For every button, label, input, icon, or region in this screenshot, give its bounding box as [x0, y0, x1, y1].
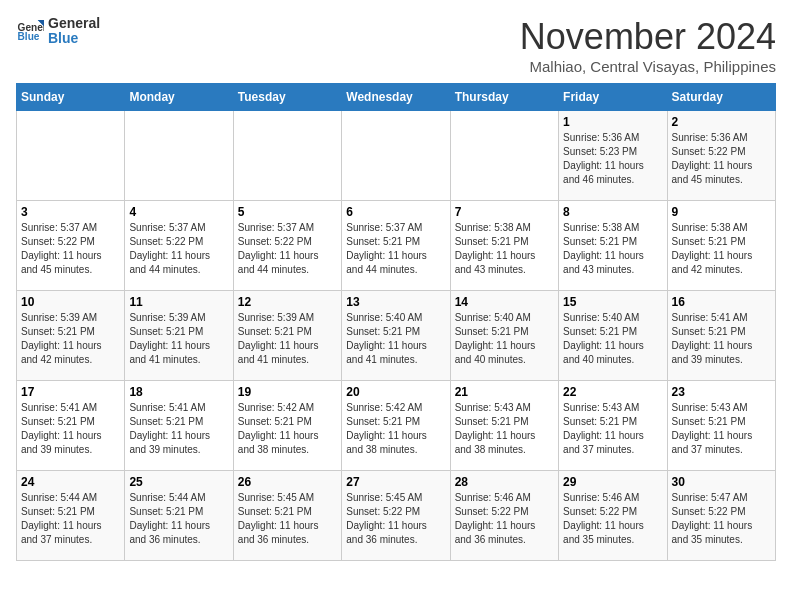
day-info: Sunrise: 5:37 AM Sunset: 5:22 PM Dayligh…: [129, 221, 228, 277]
week-row-4: 17Sunrise: 5:41 AM Sunset: 5:21 PM Dayli…: [17, 381, 776, 471]
day-cell: 18Sunrise: 5:41 AM Sunset: 5:21 PM Dayli…: [125, 381, 233, 471]
week-row-3: 10Sunrise: 5:39 AM Sunset: 5:21 PM Dayli…: [17, 291, 776, 381]
day-cell: [450, 111, 558, 201]
day-info: Sunrise: 5:39 AM Sunset: 5:21 PM Dayligh…: [238, 311, 337, 367]
day-cell: 23Sunrise: 5:43 AM Sunset: 5:21 PM Dayli…: [667, 381, 775, 471]
page-header: General Blue General Blue November 2024 …: [16, 16, 776, 75]
day-cell: 13Sunrise: 5:40 AM Sunset: 5:21 PM Dayli…: [342, 291, 450, 381]
day-info: Sunrise: 5:40 AM Sunset: 5:21 PM Dayligh…: [563, 311, 662, 367]
day-cell: 20Sunrise: 5:42 AM Sunset: 5:21 PM Dayli…: [342, 381, 450, 471]
day-number: 15: [563, 295, 662, 309]
day-info: Sunrise: 5:41 AM Sunset: 5:21 PM Dayligh…: [672, 311, 771, 367]
day-cell: 16Sunrise: 5:41 AM Sunset: 5:21 PM Dayli…: [667, 291, 775, 381]
day-info: Sunrise: 5:39 AM Sunset: 5:21 PM Dayligh…: [21, 311, 120, 367]
day-number: 4: [129, 205, 228, 219]
day-number: 29: [563, 475, 662, 489]
day-info: Sunrise: 5:40 AM Sunset: 5:21 PM Dayligh…: [455, 311, 554, 367]
day-cell: [342, 111, 450, 201]
header-wednesday: Wednesday: [342, 84, 450, 111]
day-number: 2: [672, 115, 771, 129]
day-cell: [17, 111, 125, 201]
logo-text: General Blue: [48, 16, 100, 47]
day-number: 12: [238, 295, 337, 309]
week-row-5: 24Sunrise: 5:44 AM Sunset: 5:21 PM Dayli…: [17, 471, 776, 561]
calendar-table: SundayMondayTuesdayWednesdayThursdayFrid…: [16, 83, 776, 561]
day-number: 19: [238, 385, 337, 399]
day-cell: 12Sunrise: 5:39 AM Sunset: 5:21 PM Dayli…: [233, 291, 341, 381]
header-tuesday: Tuesday: [233, 84, 341, 111]
day-cell: 14Sunrise: 5:40 AM Sunset: 5:21 PM Dayli…: [450, 291, 558, 381]
day-cell: 28Sunrise: 5:46 AM Sunset: 5:22 PM Dayli…: [450, 471, 558, 561]
day-info: Sunrise: 5:37 AM Sunset: 5:21 PM Dayligh…: [346, 221, 445, 277]
day-number: 7: [455, 205, 554, 219]
day-number: 8: [563, 205, 662, 219]
day-cell: 9Sunrise: 5:38 AM Sunset: 5:21 PM Daylig…: [667, 201, 775, 291]
day-number: 6: [346, 205, 445, 219]
day-info: Sunrise: 5:38 AM Sunset: 5:21 PM Dayligh…: [672, 221, 771, 277]
day-cell: 21Sunrise: 5:43 AM Sunset: 5:21 PM Dayli…: [450, 381, 558, 471]
header-friday: Friday: [559, 84, 667, 111]
calendar-header-row: SundayMondayTuesdayWednesdayThursdayFrid…: [17, 84, 776, 111]
day-cell: 3Sunrise: 5:37 AM Sunset: 5:22 PM Daylig…: [17, 201, 125, 291]
day-cell: [233, 111, 341, 201]
day-number: 5: [238, 205, 337, 219]
day-cell: 19Sunrise: 5:42 AM Sunset: 5:21 PM Dayli…: [233, 381, 341, 471]
day-number: 28: [455, 475, 554, 489]
subtitle: Malhiao, Central Visayas, Philippines: [520, 58, 776, 75]
day-cell: 5Sunrise: 5:37 AM Sunset: 5:22 PM Daylig…: [233, 201, 341, 291]
svg-text:Blue: Blue: [18, 32, 40, 43]
day-number: 1: [563, 115, 662, 129]
day-number: 24: [21, 475, 120, 489]
day-number: 18: [129, 385, 228, 399]
logo-icon: General Blue: [16, 17, 44, 45]
header-sunday: Sunday: [17, 84, 125, 111]
day-number: 22: [563, 385, 662, 399]
day-cell: 25Sunrise: 5:44 AM Sunset: 5:21 PM Dayli…: [125, 471, 233, 561]
week-row-1: 1Sunrise: 5:36 AM Sunset: 5:23 PM Daylig…: [17, 111, 776, 201]
day-cell: 1Sunrise: 5:36 AM Sunset: 5:23 PM Daylig…: [559, 111, 667, 201]
day-number: 11: [129, 295, 228, 309]
day-cell: 26Sunrise: 5:45 AM Sunset: 5:21 PM Dayli…: [233, 471, 341, 561]
day-info: Sunrise: 5:43 AM Sunset: 5:21 PM Dayligh…: [563, 401, 662, 457]
day-number: 20: [346, 385, 445, 399]
day-info: Sunrise: 5:47 AM Sunset: 5:22 PM Dayligh…: [672, 491, 771, 547]
week-row-2: 3Sunrise: 5:37 AM Sunset: 5:22 PM Daylig…: [17, 201, 776, 291]
day-info: Sunrise: 5:36 AM Sunset: 5:22 PM Dayligh…: [672, 131, 771, 187]
header-thursday: Thursday: [450, 84, 558, 111]
day-cell: 7Sunrise: 5:38 AM Sunset: 5:21 PM Daylig…: [450, 201, 558, 291]
logo: General Blue General Blue: [16, 16, 100, 47]
day-number: 25: [129, 475, 228, 489]
day-cell: 22Sunrise: 5:43 AM Sunset: 5:21 PM Dayli…: [559, 381, 667, 471]
day-info: Sunrise: 5:45 AM Sunset: 5:22 PM Dayligh…: [346, 491, 445, 547]
day-info: Sunrise: 5:41 AM Sunset: 5:21 PM Dayligh…: [21, 401, 120, 457]
header-saturday: Saturday: [667, 84, 775, 111]
day-number: 21: [455, 385, 554, 399]
day-info: Sunrise: 5:42 AM Sunset: 5:21 PM Dayligh…: [346, 401, 445, 457]
day-cell: 24Sunrise: 5:44 AM Sunset: 5:21 PM Dayli…: [17, 471, 125, 561]
day-number: 23: [672, 385, 771, 399]
day-info: Sunrise: 5:41 AM Sunset: 5:21 PM Dayligh…: [129, 401, 228, 457]
title-block: November 2024 Malhiao, Central Visayas, …: [520, 16, 776, 75]
day-number: 26: [238, 475, 337, 489]
day-info: Sunrise: 5:43 AM Sunset: 5:21 PM Dayligh…: [455, 401, 554, 457]
day-info: Sunrise: 5:43 AM Sunset: 5:21 PM Dayligh…: [672, 401, 771, 457]
day-info: Sunrise: 5:37 AM Sunset: 5:22 PM Dayligh…: [238, 221, 337, 277]
header-monday: Monday: [125, 84, 233, 111]
day-number: 30: [672, 475, 771, 489]
day-number: 3: [21, 205, 120, 219]
day-cell: 17Sunrise: 5:41 AM Sunset: 5:21 PM Dayli…: [17, 381, 125, 471]
day-info: Sunrise: 5:38 AM Sunset: 5:21 PM Dayligh…: [455, 221, 554, 277]
day-info: Sunrise: 5:44 AM Sunset: 5:21 PM Dayligh…: [129, 491, 228, 547]
day-info: Sunrise: 5:36 AM Sunset: 5:23 PM Dayligh…: [563, 131, 662, 187]
day-number: 13: [346, 295, 445, 309]
day-number: 27: [346, 475, 445, 489]
day-cell: 29Sunrise: 5:46 AM Sunset: 5:22 PM Dayli…: [559, 471, 667, 561]
day-cell: 6Sunrise: 5:37 AM Sunset: 5:21 PM Daylig…: [342, 201, 450, 291]
day-cell: 11Sunrise: 5:39 AM Sunset: 5:21 PM Dayli…: [125, 291, 233, 381]
day-info: Sunrise: 5:45 AM Sunset: 5:21 PM Dayligh…: [238, 491, 337, 547]
day-number: 14: [455, 295, 554, 309]
day-cell: 8Sunrise: 5:38 AM Sunset: 5:21 PM Daylig…: [559, 201, 667, 291]
day-cell: 4Sunrise: 5:37 AM Sunset: 5:22 PM Daylig…: [125, 201, 233, 291]
day-cell: 2Sunrise: 5:36 AM Sunset: 5:22 PM Daylig…: [667, 111, 775, 201]
day-cell: 30Sunrise: 5:47 AM Sunset: 5:22 PM Dayli…: [667, 471, 775, 561]
